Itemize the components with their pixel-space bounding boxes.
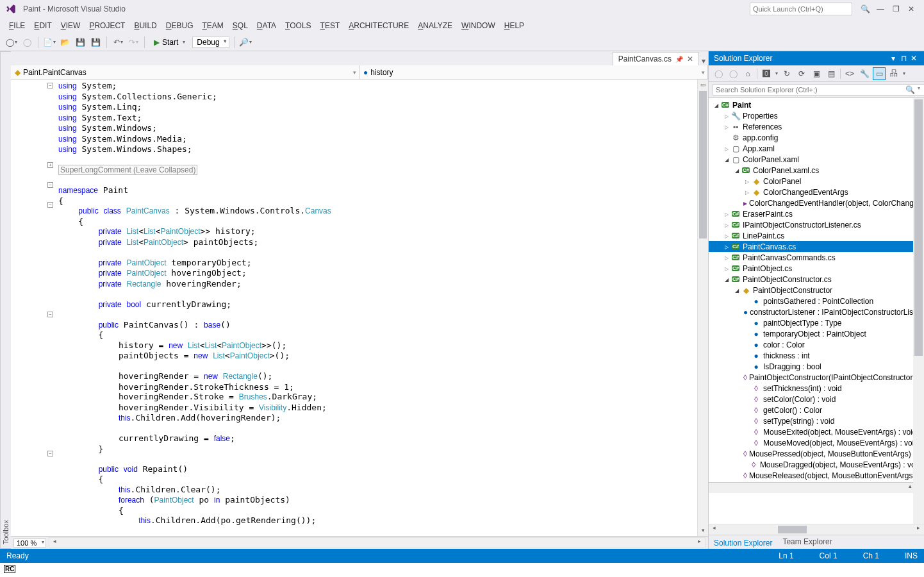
tree-node[interactable]: ●IsDragging : bool [709,361,924,372]
tree-node[interactable]: ◊setType(string) : void [709,415,924,426]
class-view-button[interactable]: 品 [888,68,900,79]
collapse-icon[interactable]: − [47,202,53,208]
search-icon[interactable]: 🔍 [857,3,873,15]
tree-node[interactable]: C#IPaintObjectConstructorListener.cs [709,219,924,230]
tree-node[interactable]: ▸ColorChangedEventHandler(object, ColorC… [709,197,924,208]
tree-node[interactable]: C#EraserPaint.cs [709,208,924,219]
menu-debug[interactable]: DEBUG [162,20,197,31]
scope-button[interactable]: 🅾 [761,68,772,79]
menu-window[interactable]: WINDOW [458,20,499,31]
tree-node[interactable]: ◊setColor(Color) : void [709,394,924,405]
preview-button[interactable]: ▭ [873,68,885,79]
back-button[interactable]: ◯ [713,68,724,79]
code-editor[interactable]: using System; using System.Collections.G… [47,79,697,536]
refresh-button[interactable]: ↻ [781,68,793,79]
tree-node[interactable]: ◊getColor() : Color [709,405,924,415]
expand-icon[interactable] [723,244,730,250]
close-icon[interactable]: ✕ [903,3,919,15]
tree-node[interactable]: ●temporaryObject : PaintObject [709,328,924,339]
expand-icon[interactable] [723,156,730,163]
tree-node[interactable]: ▢App.xaml [709,143,924,154]
tree-node[interactable]: ◆ColorPanel [709,176,924,187]
quick-launch-input[interactable] [750,3,852,15]
tree-node[interactable]: ▢ColorPanel.xaml [709,154,924,165]
menu-architecture[interactable]: ARCHITECTURE [345,20,413,31]
vertical-scrollbar[interactable]: ▭ ▴ ▾ [697,79,708,536]
sync-button[interactable]: ⟳ [796,68,807,79]
panel-close-icon[interactable]: ✕ [909,54,919,63]
tree-node[interactable]: ◊MouseReleased(object, MouseButtonEventA… [709,470,924,481]
tree-node[interactable]: ●pointsGathered : PointCollection [709,296,924,306]
menu-project[interactable]: PROJECT [85,20,129,31]
menu-file[interactable]: FILE [5,20,29,31]
member-nav-combo[interactable]: ● history ▾ [359,65,708,79]
menu-view[interactable]: VIEW [57,20,85,31]
tree-node[interactable]: 🔧Properties [709,110,924,121]
menu-analyze[interactable]: ANALYZE [414,20,456,31]
tree-node[interactable]: ●thickness : int [709,350,924,361]
expand-icon[interactable] [723,222,730,228]
menu-team[interactable]: TEAM [198,20,227,31]
find-button[interactable]: 🔎 [239,36,252,49]
tree-node[interactable]: C#PaintObjectConstructor.cs [709,274,924,285]
tree-node[interactable]: C#PaintObject.cs [709,263,924,274]
start-debug-button[interactable]: ▶Start▾ [149,37,190,48]
toolbox-tab[interactable]: Toolbox [0,51,11,549]
tab-close-icon[interactable]: ✕ [687,54,693,63]
split-icon[interactable]: ▭ [698,79,708,90]
properties-button[interactable]: 🔧 [859,68,870,79]
new-project-button[interactable]: 📄 [43,36,56,49]
search-icon[interactable]: 🔍 [905,85,915,94]
tab-overflow-icon[interactable]: ▾ [699,56,708,65]
tree-node[interactable]: ▪▪References [709,121,924,132]
home-button[interactable]: ⌂ [742,68,754,79]
expand-icon[interactable] [743,189,751,196]
save-button[interactable]: 💾 [74,36,87,49]
zoom-combo[interactable]: 100 % [13,539,46,548]
undo-button[interactable]: ↶ [111,36,124,49]
pin-icon[interactable]: 📌 [675,56,683,63]
menu-build[interactable]: BUILD [130,20,160,31]
expand-icon[interactable]: + [47,162,53,168]
menu-tools[interactable]: TOOLS [281,20,315,31]
search-dd-icon[interactable]: ▾ [918,85,920,94]
panel-pin-icon[interactable]: ⊓ [898,54,909,63]
nav-back-button[interactable]: ◯ [5,36,18,49]
expand-icon[interactable] [723,265,730,272]
expand-icon[interactable] [723,124,730,130]
menu-help[interactable]: HELP [500,20,528,31]
expand-icon[interactable] [713,102,720,108]
expand-icon[interactable] [723,211,730,217]
menu-edit[interactable]: EDIT [30,20,55,31]
config-combo[interactable]: Debug [192,37,229,48]
tree-node[interactable]: ⚙app.config [709,132,924,143]
expand-icon[interactable] [723,276,730,283]
tree-node[interactable]: ◊PaintObjectConstructor(IPaintObjectCons… [709,372,924,383]
collapse-icon[interactable]: − [47,312,53,317]
tree-node[interactable]: C#ColorPanel.xaml.cs [709,165,924,176]
type-nav-combo[interactable]: ◆ Paint.PaintCanvas ▾ [11,65,359,79]
tree-node[interactable]: ●paintObjectType : Type [709,317,924,328]
solution-search-input[interactable] [713,84,924,96]
menu-data[interactable]: DATA [253,20,280,31]
tree-scrollbar[interactable] [913,98,924,524]
collapse-icon[interactable]: − [47,182,53,188]
menu-test[interactable]: TEST [317,20,344,31]
minimize-icon[interactable]: — [873,3,888,15]
nav-fwd-button[interactable]: ◯ [21,36,33,49]
expand-icon[interactable] [723,255,730,261]
expand-icon[interactable] [733,287,741,294]
show-all-button[interactable]: ▤ [825,68,837,79]
scrollbar-thumb[interactable] [699,91,707,238]
panel-menu-icon[interactable]: ▾ [888,54,898,63]
tab-solution-explorer[interactable]: Solution Explorer [709,535,777,549]
tree-node[interactable]: ◊MouseExited(object, MouseEventArgs) : v… [709,426,924,437]
tree-node[interactable]: ◆PaintObjectConstructor [709,285,924,296]
expand-icon[interactable] [723,233,730,239]
save-all-button[interactable]: 💾 [89,36,102,49]
redo-button[interactable]: ↷ [127,36,140,49]
code-button[interactable]: <> [844,68,855,79]
tree-node[interactable]: C#PaintCanvasCommands.cs [709,252,924,263]
collapse-icon[interactable]: − [47,451,53,456]
horizontal-scrollbar[interactable]: ◂▸ [49,537,705,548]
